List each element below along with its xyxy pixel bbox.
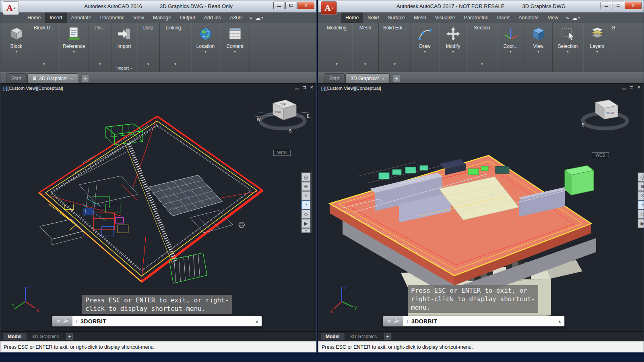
ribbon-panel-location[interactable]: Location ▾: [191, 23, 220, 72]
dropdown-arrow-icon[interactable]: ▾: [510, 50, 511, 54]
tab-mesh[interactable]: Mesh: [409, 12, 431, 23]
tab-view[interactable]: View: [129, 12, 149, 23]
dropdown-arrow-icon[interactable]: ▾: [234, 50, 235, 54]
doc-minimize-icon[interactable]: [622, 89, 626, 89]
dropdown-arrow-icon[interactable]: ▾: [452, 50, 454, 54]
app-menu-button[interactable]: A▾: [321, 1, 337, 15]
nav-wheel-icon[interactable]: ◎: [638, 173, 644, 182]
ribbon-panel-content[interactable]: Content ▾: [220, 23, 250, 72]
ribbon-panel-section[interactable]: Section ▾: [467, 23, 497, 72]
ribbon-panel-layers[interactable]: Layers ▾: [583, 23, 611, 72]
wcs-badge[interactable]: WCS: [592, 152, 609, 158]
titlebar[interactable]: A▾ Autodesk AutoCAD 2016 3D Graphics.DWG…: [0, 0, 316, 12]
ribbon-panel-selection[interactable]: Selection ▾: [553, 23, 583, 72]
nav-pan-icon[interactable]: ⊕: [638, 182, 644, 191]
nav-pan-icon[interactable]: ⊕: [301, 182, 310, 191]
command-grip[interactable]: ×: [383, 316, 403, 326]
tab-output[interactable]: Output: [175, 12, 200, 23]
tab-overflow-icon[interactable]: »: [566, 15, 569, 21]
ribbon-panel-groups-cropped[interactable]: G: [611, 23, 615, 72]
viewcube[interactable]: W E S TOP FRONT: [255, 94, 312, 147]
file-tab-document[interactable]: 3D Graphics* ×: [345, 73, 390, 83]
layout-tab-3d-graphics[interactable]: 3D Graphics: [27, 333, 64, 340]
drawing-viewport[interactable]: [-][Custom View][Conceptual] ×: [0, 83, 316, 331]
tab-visualize[interactable]: Visualize: [431, 12, 460, 23]
tab-overflow-icon[interactable]: »: [249, 15, 252, 21]
cloud-menu[interactable]: ☁▾: [572, 15, 580, 21]
tab-surface[interactable]: Surface: [383, 12, 409, 23]
file-tab-start[interactable]: Start: [324, 73, 345, 83]
dropdown-arrow-icon[interactable]: ▾: [537, 50, 539, 54]
dropdown-arrow-icon[interactable]: ▾: [174, 62, 176, 66]
wrench-icon[interactable]: [393, 319, 399, 324]
dropdown-arrow-icon[interactable]: ▾: [596, 50, 598, 54]
layout-tab-model[interactable]: Model: [321, 333, 345, 340]
close-button[interactable]: ×: [297, 2, 314, 9]
minimize-button[interactable]: [601, 2, 612, 9]
tab-close-icon[interactable]: ×: [70, 76, 73, 81]
tab-home[interactable]: Home: [341, 12, 363, 23]
command-close-icon[interactable]: ×: [57, 318, 60, 324]
command-text[interactable]: 3DORBIT: [80, 318, 106, 325]
ribbon-panel-block[interactable]: Block ▾: [4, 23, 29, 72]
nav-motion-icon[interactable]: ▶: [301, 219, 310, 228]
layout-tab-model[interactable]: Model: [3, 333, 27, 340]
viewcube[interactable]: S RIGHT: [578, 94, 634, 147]
tab-parametric[interactable]: Parametric: [96, 12, 129, 23]
cloud-menu[interactable]: ☁▾: [256, 15, 263, 21]
tab-annotate[interactable]: Annotate: [67, 12, 96, 23]
ribbon-panel-reference[interactable]: Reference ▾: [59, 23, 89, 72]
tab-addins[interactable]: Add-ins: [200, 12, 225, 23]
minimize-button[interactable]: [273, 2, 285, 9]
nav-steering-icon[interactable]: ◇: [301, 210, 310, 219]
maximize-button[interactable]: [613, 2, 624, 9]
titlebar[interactable]: A▾ Autodesk AutoCAD 2017 - NOT FOR RESAL…: [318, 0, 644, 12]
tab-annotate[interactable]: Annotate: [514, 12, 543, 23]
dropdown-arrow-icon[interactable]: ▾: [424, 50, 425, 54]
dropdown-arrow-icon[interactable]: ▾: [567, 50, 568, 54]
ribbon-panel-modify[interactable]: Modify ▾: [439, 23, 467, 72]
file-tab-start[interactable]: Start: [6, 73, 27, 83]
dropdown-arrow-icon[interactable]: ▾: [394, 62, 396, 66]
nav-zoom-icon[interactable]: ×: [638, 191, 644, 200]
ribbon-panel-mesh[interactable]: Mesh ▾: [352, 23, 379, 72]
ribbon-panel-point-cloud[interactable]: Poi... ▾: [89, 23, 111, 72]
ribbon-panel-view[interactable]: View ▾: [524, 23, 553, 72]
tab-a360[interactable]: A360: [225, 12, 246, 23]
tab-parametric[interactable]: Parametric: [460, 12, 493, 23]
ribbon-panel-linking[interactable]: Linking... ▾: [160, 23, 191, 72]
nav-orbit-icon[interactable]: ◔: [301, 201, 310, 209]
drawing-viewport[interactable]: [-][Custom View][Conceptual] ×: [318, 83, 644, 331]
ribbon-panel-draw[interactable]: Draw ▾: [411, 23, 439, 72]
doc-close-icon[interactable]: ×: [637, 85, 640, 89]
tab-insert[interactable]: Insert: [45, 12, 66, 23]
ribbon-panel-modeling[interactable]: Modeling ▾: [322, 23, 352, 72]
command-line[interactable]: × ↕ 3DORBIT ▲: [383, 316, 565, 327]
viewport-controls-label[interactable]: [-][Custom View][Conceptual]: [321, 86, 381, 91]
command-grip[interactable]: ×: [52, 316, 72, 326]
new-layout-button[interactable]: +: [66, 333, 73, 340]
new-tab-button[interactable]: +: [393, 74, 400, 82]
nav-wheel-icon[interactable]: ◎: [301, 173, 310, 182]
ribbon-panel-solid-editing[interactable]: Solid Edi... ▾: [379, 23, 411, 72]
nav-steering-icon[interactable]: ◇: [638, 210, 644, 219]
command-customize-icon[interactable]: ↕: [406, 319, 409, 324]
ribbon-panel-data[interactable]: Data ▾: [137, 23, 160, 72]
command-input[interactable]: ↕ 3DORBIT: [72, 316, 252, 326]
nav-more-icon[interactable]: ▾: [301, 228, 310, 233]
ribbon-panel-coordinates[interactable]: Coor... ▾: [497, 23, 524, 72]
tab-insert[interactable]: Insert: [493, 12, 514, 23]
dropdown-arrow-icon[interactable]: ▾: [73, 50, 74, 54]
close-button[interactable]: ×: [625, 2, 642, 9]
tab-view[interactable]: View: [543, 12, 563, 23]
layout-tab-3d-graphics[interactable]: 3D Graphics: [345, 333, 382, 340]
doc-restore-icon[interactable]: [630, 86, 633, 89]
dropdown-arrow-icon[interactable]: ▾: [43, 62, 45, 66]
command-line[interactable]: × ↕ 3DORBIT ▲: [52, 316, 262, 327]
ribbon-panel-block-definition[interactable]: Block D... ▾: [29, 23, 59, 72]
dropdown-arrow-icon[interactable]: ▾: [204, 50, 206, 54]
tab-solid[interactable]: Solid: [363, 12, 383, 23]
dropdown-arrow-icon[interactable]: ▾: [99, 62, 101, 66]
dropdown-arrow-icon[interactable]: ▾: [130, 66, 132, 70]
dropdown-arrow-icon[interactable]: ▾: [336, 62, 338, 66]
